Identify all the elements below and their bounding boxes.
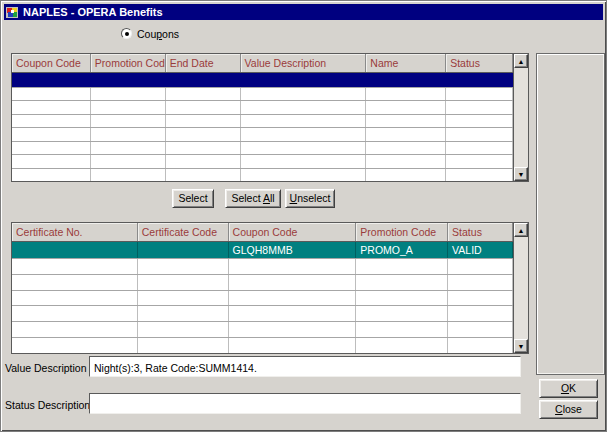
coupon-table-header: Coupon Code Promotion Code End Date Valu… [12, 54, 513, 73]
cell [241, 101, 367, 113]
unselect-button[interactable]: Unselect [285, 189, 335, 208]
column-header-promotion-code[interactable]: Promotion Code [91, 54, 166, 72]
table-row[interactable] [12, 128, 513, 141]
cell [12, 275, 138, 290]
cell [366, 88, 446, 100]
status-description-label: Status Description [5, 399, 85, 411]
cell [166, 115, 241, 127]
select-button-label: Select [178, 192, 207, 204]
cell [12, 322, 138, 337]
cell [12, 73, 91, 87]
cell [166, 73, 241, 87]
column-header-coupon-code[interactable]: Coupon Code [229, 223, 357, 241]
cell [446, 128, 513, 140]
cell [446, 169, 513, 181]
cell [448, 322, 513, 337]
table-row[interactable] [12, 322, 513, 338]
column-header-status[interactable]: Status [446, 54, 513, 72]
table-row[interactable] [12, 142, 513, 155]
table-row[interactable] [12, 306, 513, 322]
certificate-table-scrollbar[interactable]: ▲ ▼ [513, 223, 528, 353]
close-button[interactable]: Close [539, 400, 598, 419]
cell [91, 169, 166, 181]
cell [138, 291, 229, 306]
column-header-status[interactable]: Status [448, 223, 513, 241]
cell [166, 88, 241, 100]
cell [448, 338, 513, 353]
coupons-radio[interactable]: Coupons [121, 27, 179, 40]
cell [138, 306, 229, 321]
cell [446, 73, 513, 87]
cell [12, 169, 91, 181]
table-row-selected[interactable]: GLQH8MMB PROMO_A VALID [12, 242, 513, 259]
table-row[interactable] [12, 169, 513, 181]
cell [91, 142, 166, 154]
cell [91, 115, 166, 127]
cell [12, 259, 138, 274]
column-header-promotion-code[interactable]: Promotion Code [356, 223, 448, 241]
coupon-table: Coupon Code Promotion Code End Date Valu… [11, 53, 529, 182]
side-button-panel [536, 53, 605, 375]
cell [366, 142, 446, 154]
column-header-end-date[interactable]: End Date [166, 54, 241, 72]
column-header-coupon-code[interactable]: Coupon Code [12, 54, 91, 72]
title-bar[interactable]: NAPLES - OPERA Benefits [4, 4, 603, 20]
cell [138, 322, 229, 337]
table-row[interactable] [12, 275, 513, 291]
cell-certificate-code [138, 242, 229, 258]
cell [448, 259, 513, 274]
cell-promotion-code: PROMO_A [356, 242, 448, 258]
status-description-field[interactable] [89, 393, 521, 414]
column-header-certificate-no[interactable]: Certificate No. [12, 223, 138, 241]
cell [166, 101, 241, 113]
cell [241, 169, 367, 181]
scroll-up-button[interactable]: ▲ [514, 223, 528, 237]
cell [356, 291, 448, 306]
cell [138, 338, 229, 353]
column-header-certificate-code[interactable]: Certificate Code [138, 223, 229, 241]
table-row[interactable] [12, 115, 513, 128]
cell [446, 142, 513, 154]
scroll-down-button[interactable]: ▼ [514, 339, 528, 353]
table-row[interactable] [12, 155, 513, 168]
cell [12, 115, 91, 127]
cell [229, 275, 357, 290]
cell [91, 88, 166, 100]
cell-coupon-code: GLQH8MMB [229, 242, 357, 258]
column-header-name[interactable]: Name [366, 54, 446, 72]
table-row[interactable] [12, 291, 513, 307]
cell [229, 291, 357, 306]
close-button-label: Close [555, 403, 582, 415]
select-button[interactable]: Select [172, 189, 214, 208]
cell [446, 155, 513, 167]
scroll-up-button[interactable]: ▲ [514, 54, 528, 68]
cell [366, 115, 446, 127]
ok-button[interactable]: OK [539, 379, 598, 398]
table-row[interactable] [12, 338, 513, 353]
cell [448, 291, 513, 306]
cell [91, 101, 166, 113]
value-description-field[interactable] [89, 356, 521, 377]
scroll-down-button[interactable]: ▼ [514, 167, 528, 181]
cell [356, 338, 448, 353]
window-title: NAPLES - OPERA Benefits [23, 6, 163, 18]
table-row[interactable] [12, 259, 513, 275]
ok-button-label: OK [561, 382, 576, 394]
coupon-table-scrollbar[interactable]: ▲ ▼ [513, 54, 528, 181]
cell [241, 88, 367, 100]
cell [241, 155, 367, 167]
table-row-selected[interactable] [12, 73, 513, 88]
cell [446, 101, 513, 113]
cell [446, 88, 513, 100]
table-row[interactable] [12, 88, 513, 101]
table-row[interactable] [12, 101, 513, 114]
select-all-button[interactable]: Select All [225, 189, 281, 208]
cell [12, 101, 91, 113]
cell [166, 169, 241, 181]
cell [12, 291, 138, 306]
cell [229, 306, 357, 321]
unselect-button-label: Unselect [290, 192, 331, 204]
cell [366, 155, 446, 167]
column-header-value-description[interactable]: Value Description [241, 54, 367, 72]
cell [448, 306, 513, 321]
